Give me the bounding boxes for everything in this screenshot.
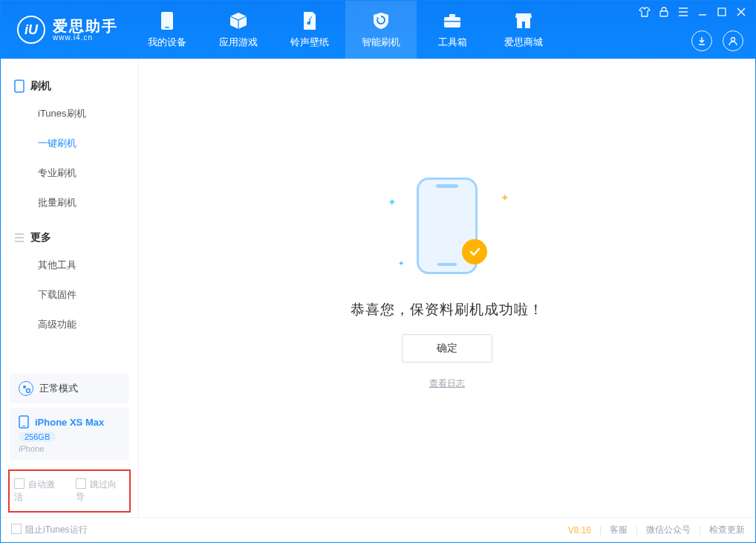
nav-store[interactable]: 爱思商城 xyxy=(488,1,559,59)
header-actions xyxy=(691,30,743,51)
section-title: 更多 xyxy=(30,231,51,244)
phone-outline-icon xyxy=(14,79,25,93)
sparkle-icon: ✦ xyxy=(398,259,404,267)
success-message: 恭喜您，保资料刷机成功啦！ xyxy=(351,300,544,319)
content-area: ✦ ✦ ✦ 恭喜您，保资料刷机成功啦！ 确定 查看日志 xyxy=(139,59,755,517)
logo-icon: iU xyxy=(17,16,45,44)
body: 刷机 iTunes刷机 一键刷机 专业刷机 批量刷机 更多 其他工具 下载固件 … xyxy=(1,59,755,517)
music-file-icon xyxy=(300,11,319,30)
success-illustration: ✦ ✦ ✦ xyxy=(380,166,514,285)
logo[interactable]: iU 爱思助手 www.i4.cn xyxy=(1,1,131,59)
block-itunes-checkbox[interactable]: 阻止iTunes运行 xyxy=(11,524,88,536)
device-icon xyxy=(157,11,177,30)
mode-card[interactable]: 正常模式 xyxy=(10,374,129,403)
list-icon xyxy=(14,233,25,242)
close-icon[interactable] xyxy=(734,5,748,19)
device-storage-pill: 256GB xyxy=(19,432,56,442)
window-controls xyxy=(638,5,748,19)
tshirt-icon[interactable] xyxy=(638,5,651,19)
minimize-icon[interactable] xyxy=(696,5,709,19)
sidebar-item-pro-flash[interactable]: 专业刷机 xyxy=(1,158,138,188)
svg-rect-7 xyxy=(660,11,668,16)
sidebar-item-batch-flash[interactable]: 批量刷机 xyxy=(1,188,138,218)
refresh-shield-icon xyxy=(371,11,391,30)
svg-point-12 xyxy=(27,389,30,393)
top-nav: 我的设备 应用游戏 铃声壁纸 智能刷机 工具箱 爱思商城 xyxy=(131,1,559,59)
svg-rect-2 xyxy=(444,17,460,27)
success-panel: ✦ ✦ ✦ 恭喜您，保资料刷机成功啦！ 确定 查看日志 xyxy=(351,166,544,390)
wechat-link[interactable]: 微信公众号 xyxy=(646,524,691,536)
app-domain: www.i4.cn xyxy=(53,33,118,42)
svg-rect-14 xyxy=(22,426,25,426)
svg-rect-10 xyxy=(15,80,24,92)
logo-text: 爱思助手 www.i4.cn xyxy=(53,19,118,42)
device-card[interactable]: iPhone XS Max 256GB iPhone xyxy=(10,408,129,461)
sidebar-item-itunes-flash[interactable]: iTunes刷机 xyxy=(1,99,138,129)
sidebar-item-download-firmware[interactable]: 下载固件 xyxy=(1,280,138,310)
svg-point-9 xyxy=(731,38,735,42)
sidebar-section-more: 更多 xyxy=(1,225,138,250)
ok-button[interactable]: 确定 xyxy=(402,334,492,362)
maximize-icon[interactable] xyxy=(715,5,729,19)
svg-rect-8 xyxy=(718,8,726,16)
nav-label: 智能刷机 xyxy=(362,36,400,49)
lock-icon[interactable] xyxy=(657,5,671,19)
nav-flash[interactable]: 智能刷机 xyxy=(345,1,417,59)
nav-label: 应用游戏 xyxy=(219,36,258,49)
view-log-link[interactable]: 查看日志 xyxy=(429,377,465,390)
nav-apps[interactable]: 应用游戏 xyxy=(203,1,274,59)
app-window: iU 爱思助手 www.i4.cn 我的设备 应用游戏 铃声壁纸 智能刷机 xyxy=(0,0,756,543)
section-title: 刷机 xyxy=(30,79,51,93)
check-update-link[interactable]: 检查更新 xyxy=(709,524,745,536)
svg-rect-4 xyxy=(444,21,460,22)
device-phone-icon xyxy=(19,415,29,429)
nav-ringtones[interactable]: 铃声壁纸 xyxy=(274,1,345,59)
nav-my-device[interactable]: 我的设备 xyxy=(131,1,203,59)
header: iU 爱思助手 www.i4.cn 我的设备 应用游戏 铃声壁纸 智能刷机 xyxy=(1,1,755,59)
sparkle-icon: ✦ xyxy=(501,192,509,204)
cube-icon xyxy=(229,11,248,30)
account-button[interactable] xyxy=(723,30,743,51)
options-highlight-box: 自动激活 跳过向导 xyxy=(8,469,131,513)
skip-guide-checkbox[interactable]: 跳过向导 xyxy=(76,478,126,504)
toolbox-icon xyxy=(443,11,462,30)
menu-icon[interactable] xyxy=(677,5,690,19)
download-button[interactable] xyxy=(691,30,712,51)
sparkle-icon: ✦ xyxy=(388,196,397,208)
svg-rect-6 xyxy=(522,22,525,28)
nav-label: 铃声壁纸 xyxy=(290,36,329,49)
sidebar-item-other-tools[interactable]: 其他工具 xyxy=(1,250,138,280)
mode-icon xyxy=(19,381,33,396)
nav-label: 我的设备 xyxy=(148,36,186,49)
version-label: V8.16 xyxy=(568,525,591,536)
mode-label: 正常模式 xyxy=(39,382,78,395)
store-icon xyxy=(514,11,533,30)
svg-rect-3 xyxy=(449,14,455,17)
check-badge-icon xyxy=(462,239,487,264)
nav-label: 工具箱 xyxy=(438,36,467,49)
nav-toolbox[interactable]: 工具箱 xyxy=(417,1,488,59)
support-link[interactable]: 客服 xyxy=(610,524,628,536)
svg-rect-1 xyxy=(165,27,169,28)
device-type: iPhone xyxy=(19,444,120,453)
sidebar-section-flash: 刷机 xyxy=(1,74,138,99)
statusbar: 阻止iTunes运行 V8.16 客服 微信公众号 检查更新 xyxy=(1,517,755,542)
sidebar-item-advanced[interactable]: 高级功能 xyxy=(1,310,138,339)
nav-label: 爱思商城 xyxy=(504,36,543,49)
sidebar: 刷机 iTunes刷机 一键刷机 专业刷机 批量刷机 更多 其他工具 下载固件 … xyxy=(1,59,139,517)
app-name: 爱思助手 xyxy=(53,19,118,33)
svg-point-11 xyxy=(23,386,26,388)
sidebar-item-oneclick-flash[interactable]: 一键刷机 xyxy=(1,129,138,158)
auto-activate-checkbox[interactable]: 自动激活 xyxy=(14,478,64,504)
device-name: iPhone XS Max xyxy=(35,417,104,428)
